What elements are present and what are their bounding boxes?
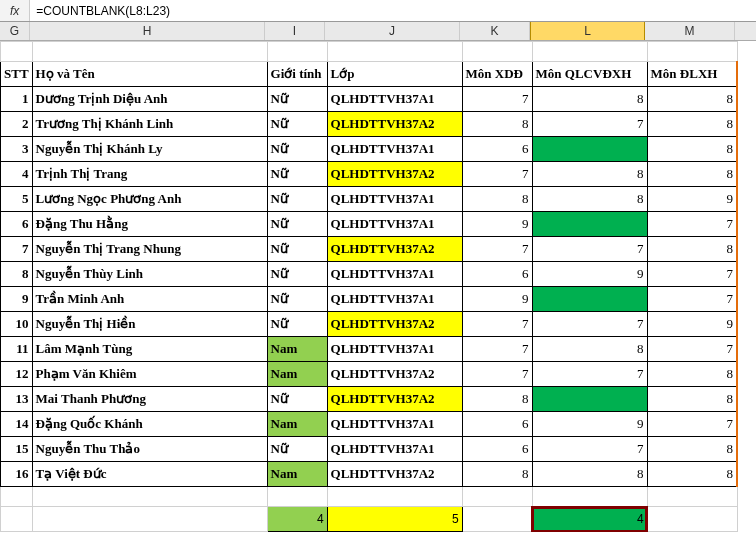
hdr-gender[interactable]: Giới tính	[267, 62, 327, 87]
cell-gender[interactable]: Nam	[267, 362, 327, 387]
cell-name[interactable]: Dương Trịnh Diệu Anh	[32, 87, 267, 112]
cell-name[interactable]: Nguyễn Thị Trang Nhung	[32, 237, 267, 262]
cell-dlxh[interactable]: 9	[647, 312, 737, 337]
cell-name[interactable]: Nguyễn Thùy Linh	[32, 262, 267, 287]
count-ql-selected-cell[interactable]: 4	[532, 507, 647, 532]
cell-class[interactable]: QLHDTTVH37A1	[327, 412, 462, 437]
cell-stt[interactable]: 13	[1, 387, 33, 412]
cell-name[interactable]: Nguyễn Thị Khánh Ly	[32, 137, 267, 162]
cell-name[interactable]: Lâm Mạnh Tùng	[32, 337, 267, 362]
cell-gender[interactable]: Nữ	[267, 262, 327, 287]
count-gender[interactable]: 4	[267, 507, 327, 532]
cell-class[interactable]: QLHDTTVH37A2	[327, 387, 462, 412]
cell-qlcvdxh[interactable]	[532, 387, 647, 412]
cell-dlxh[interactable]: 9	[647, 187, 737, 212]
hdr-qlcvdxh[interactable]: Môn QLCVĐXH	[532, 62, 647, 87]
col-header-i[interactable]: I	[265, 22, 325, 40]
cell-stt[interactable]: 3	[1, 137, 33, 162]
cell-qlcvdxh[interactable]: 7	[532, 362, 647, 387]
cell-stt[interactable]: 4	[1, 162, 33, 187]
cell-qlcvdxh[interactable]: 8	[532, 162, 647, 187]
cell-dlxh[interactable]: 8	[647, 237, 737, 262]
cell-xdd[interactable]: 7	[462, 362, 532, 387]
cell-dlxh[interactable]: 8	[647, 362, 737, 387]
cell-gender[interactable]: Nữ	[267, 437, 327, 462]
cell-gender[interactable]: Nữ	[267, 112, 327, 137]
cell-qlcvdxh[interactable]	[532, 137, 647, 162]
cell-qlcvdxh[interactable]: 7	[532, 112, 647, 137]
cell-name[interactable]: Đặng Thu Hằng	[32, 212, 267, 237]
cell-gender[interactable]: Nữ	[267, 137, 327, 162]
col-header-l[interactable]: L	[530, 22, 645, 40]
cell-stt[interactable]: 8	[1, 262, 33, 287]
cell-xdd[interactable]: 7	[462, 87, 532, 112]
hdr-stt[interactable]: STT	[1, 62, 33, 87]
cell-qlcvdxh[interactable]: 7	[532, 237, 647, 262]
cell-gender[interactable]: Nữ	[267, 187, 327, 212]
cell-name[interactable]: Lương Ngọc Phương Anh	[32, 187, 267, 212]
cell-stt[interactable]: 11	[1, 337, 33, 362]
cell-class[interactable]: QLHDTTVH37A2	[327, 312, 462, 337]
cell-gender[interactable]: Nam	[267, 337, 327, 362]
cell-class[interactable]: QLHDTTVH37A1	[327, 137, 462, 162]
cell-qlcvdxh[interactable]	[532, 212, 647, 237]
cell-dlxh[interactable]: 8	[647, 87, 737, 112]
cell-stt[interactable]: 5	[1, 187, 33, 212]
cell-qlcvdxh[interactable]: 8	[532, 87, 647, 112]
cell-name[interactable]: Nguyễn Thị Hiền	[32, 312, 267, 337]
cell-xdd[interactable]: 8	[462, 387, 532, 412]
cell-xdd[interactable]: 6	[462, 412, 532, 437]
col-header-g[interactable]: G	[0, 22, 30, 40]
hdr-xdd[interactable]: Môn XDĐ	[462, 62, 532, 87]
cell-stt[interactable]: 7	[1, 237, 33, 262]
cell-dlxh[interactable]: 7	[647, 287, 737, 312]
cell-class[interactable]: QLHDTTVH37A2	[327, 112, 462, 137]
cell-name[interactable]: Đặng Quốc Khánh	[32, 412, 267, 437]
cell-stt[interactable]: 1	[1, 87, 33, 112]
cell-name[interactable]: Nguyễn Thu Thảo	[32, 437, 267, 462]
hdr-class[interactable]: Lớp	[327, 62, 462, 87]
cell-name[interactable]: Phạm Văn Khiêm	[32, 362, 267, 387]
cell-stt[interactable]: 14	[1, 412, 33, 437]
cell-name[interactable]: Trần Minh Anh	[32, 287, 267, 312]
cell-class[interactable]: QLHDTTVH37A1	[327, 87, 462, 112]
cell-name[interactable]: Tạ Việt Đức	[32, 462, 267, 487]
cell-xdd[interactable]: 9	[462, 287, 532, 312]
cell-class[interactable]: QLHDTTVH37A1	[327, 287, 462, 312]
hdr-dlxh[interactable]: Môn ĐLXH	[647, 62, 737, 87]
cell-gender[interactable]: Nữ	[267, 287, 327, 312]
cell-qlcvdxh[interactable]: 8	[532, 337, 647, 362]
cell-xdd[interactable]: 7	[462, 337, 532, 362]
cell-dlxh[interactable]: 8	[647, 437, 737, 462]
cell-xdd[interactable]: 7	[462, 162, 532, 187]
cell-name[interactable]: Trương Thị Khánh Linh	[32, 112, 267, 137]
cell-class[interactable]: QLHDTTVH37A1	[327, 187, 462, 212]
cell-class[interactable]: QLHDTTVH37A1	[327, 262, 462, 287]
cell-gender[interactable]: Nữ	[267, 387, 327, 412]
cell-xdd[interactable]: 6	[462, 137, 532, 162]
cell-qlcvdxh[interactable]: 8	[532, 187, 647, 212]
cell-class[interactable]: QLHDTTVH37A2	[327, 162, 462, 187]
cell-dlxh[interactable]: 7	[647, 412, 737, 437]
cell-qlcvdxh[interactable]: 9	[532, 412, 647, 437]
cell-stt[interactable]: 15	[1, 437, 33, 462]
cell-stt[interactable]: 12	[1, 362, 33, 387]
count-class[interactable]: 5	[327, 507, 462, 532]
cell-class[interactable]: QLHDTTVH37A1	[327, 437, 462, 462]
cell-qlcvdxh[interactable]	[532, 287, 647, 312]
col-header-k[interactable]: K	[460, 22, 530, 40]
cell-xdd[interactable]: 9	[462, 212, 532, 237]
col-header-m[interactable]: M	[645, 22, 735, 40]
cell-dlxh[interactable]: 8	[647, 112, 737, 137]
cell-xdd[interactable]: 8	[462, 112, 532, 137]
cell-dlxh[interactable]: 7	[647, 337, 737, 362]
cell-dlxh[interactable]: 8	[647, 387, 737, 412]
cell-name[interactable]: Mai Thanh Phương	[32, 387, 267, 412]
cell-dlxh[interactable]: 8	[647, 462, 737, 487]
cell-dlxh[interactable]: 8	[647, 162, 737, 187]
cell-xdd[interactable]: 8	[462, 187, 532, 212]
cell-stt[interactable]: 10	[1, 312, 33, 337]
cell-stt[interactable]: 16	[1, 462, 33, 487]
cell-gender[interactable]: Nữ	[267, 212, 327, 237]
cell-class[interactable]: QLHDTTVH37A2	[327, 237, 462, 262]
